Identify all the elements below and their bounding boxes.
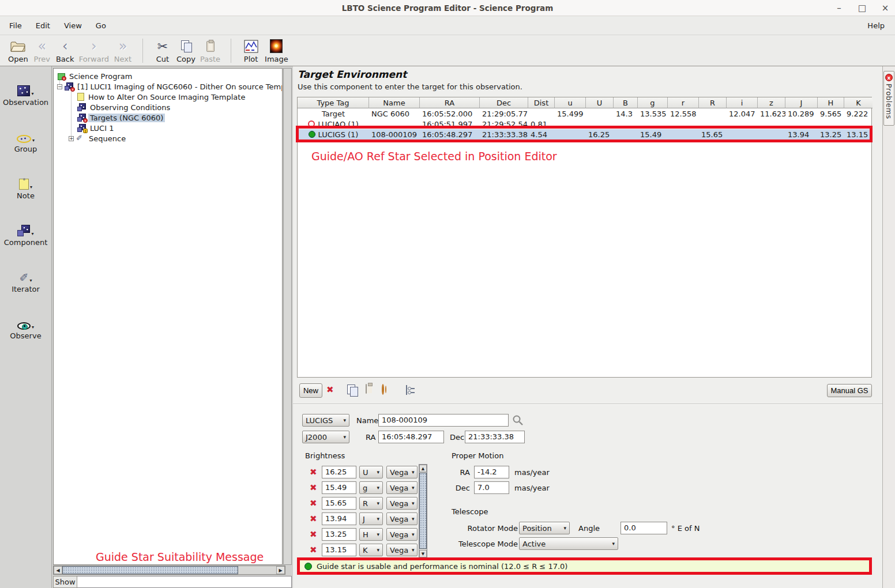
magnitude-system-select[interactable]: Vega▾ [386, 528, 418, 541]
target-list-button[interactable] [406, 386, 407, 394]
tree-horizontal-scrollbar[interactable]: ◀ ▶ [53, 566, 285, 575]
table-column-header[interactable]: r [668, 97, 699, 108]
angle-field[interactable]: 0.0 [621, 522, 667, 534]
ra-field[interactable]: 16:05:48.297 [378, 431, 444, 443]
search-icon[interactable] [512, 414, 524, 426]
table-column-header[interactable]: J [785, 97, 818, 108]
magnitude-system-select[interactable]: Vega▾ [386, 497, 418, 510]
delete-target-button[interactable]: ✖ [326, 386, 334, 394]
paste-target-button[interactable] [366, 385, 367, 393]
scroll-up-icon[interactable]: ▲ [419, 465, 427, 472]
open-button[interactable]: Open [6, 38, 31, 63]
scroll-left-icon[interactable]: ◀ [54, 566, 62, 574]
tree-item-note[interactable]: How to Alter On Source Imaging Template [54, 92, 283, 102]
remove-brightness-button[interactable]: ✖ [310, 499, 317, 508]
menu-go[interactable]: Go [89, 19, 113, 32]
scroll-down-icon[interactable]: ▼ [419, 550, 427, 557]
brightness-value-field[interactable]: 15.65 [322, 497, 356, 510]
magnitude-system-select[interactable]: Vega▾ [386, 544, 418, 556]
table-column-header[interactable]: H [818, 97, 844, 108]
scrollbar-thumb[interactable] [419, 473, 427, 549]
table-column-header[interactable]: Name [369, 97, 420, 108]
back-button[interactable]: ‹ Back [54, 38, 77, 63]
sidebar-item-note[interactable]: ▾ Note [0, 175, 51, 221]
problems-tab[interactable]: x Problems [883, 71, 894, 126]
table-column-header[interactable]: R [699, 97, 727, 108]
table-column-header[interactable]: i [727, 97, 758, 108]
menu-help[interactable]: Help [859, 19, 893, 32]
manual-gs-button[interactable]: Manual GS [827, 384, 872, 397]
band-select[interactable]: R▾ [359, 497, 383, 510]
tree-item-science-program[interactable]: Science Program [54, 71, 283, 81]
minimize-button[interactable]: – [835, 3, 843, 13]
pm-ra-field[interactable]: -14.2 [474, 466, 509, 478]
remove-brightness-button[interactable]: ✖ [310, 468, 317, 477]
coordinate-system-select[interactable]: J2000▾ [302, 431, 349, 443]
tree-item-targets[interactable]: Targets (NGC 6060) [54, 112, 283, 123]
brightness-value-field[interactable]: 16.25 [322, 466, 356, 478]
image-button[interactable]: Image [262, 38, 291, 63]
name-field[interactable]: 108-000109 [378, 414, 509, 427]
brightness-value-field[interactable]: 13.25 [322, 528, 356, 541]
remove-brightness-button[interactable]: ✖ [310, 530, 317, 539]
target-type-select[interactable]: LUCIGS▾ [302, 414, 349, 427]
collapse-icon[interactable]: − [57, 84, 62, 89]
position-editor-button[interactable] [382, 385, 384, 394]
table-column-header[interactable]: Dec [480, 97, 528, 108]
menu-view[interactable]: View [57, 19, 89, 32]
sidebar-item-component[interactable]: ▾ Component [0, 221, 51, 268]
expand-icon[interactable]: + [69, 136, 74, 141]
magnitude-system-select[interactable]: Vega▾ [386, 481, 418, 494]
tree-item-luci1[interactable]: LUCI 1 [54, 123, 283, 133]
plot-button[interactable]: Plot [239, 38, 262, 63]
magnitude-system-select[interactable]: Vega▾ [386, 512, 418, 525]
maximize-button[interactable]: □ [858, 3, 866, 13]
brightness-value-field[interactable]: 15.49 [322, 481, 356, 494]
band-select[interactable]: K▾ [359, 544, 383, 556]
tree-item-sequence[interactable]: + ✐ Sequence [54, 133, 283, 144]
sidebar-item-group[interactable]: ▾ Group [0, 128, 51, 175]
tree-item-observation[interactable]: − [1] LUCI1 Imaging of NGC6060 - Dither … [54, 81, 283, 92]
rotator-mode-select[interactable]: Position▾ [519, 522, 570, 534]
table-row[interactable]: TargetNGC 606016:05:52.00021:29:05.7715.… [298, 108, 871, 119]
table-row[interactable]: LUCIGS (1)108-00010916:05:48.29721:33:33… [298, 129, 871, 140]
table-column-header[interactable]: u [555, 97, 586, 108]
remove-brightness-button[interactable]: ✖ [310, 484, 317, 492]
magnitude-system-select[interactable]: Vega▾ [386, 466, 418, 478]
sidebar-item-observe[interactable]: ▾ Observe [0, 315, 51, 361]
table-column-header[interactable]: Dist [528, 97, 555, 108]
table-row[interactable]: LUCIAO (1)16:05:51.99721:29:52.540.81 [298, 119, 871, 129]
table-column-header[interactable]: z [758, 97, 785, 108]
band-select[interactable]: U▾ [359, 466, 383, 478]
scroll-right-icon[interactable]: ▶ [276, 566, 285, 574]
brightness-value-field[interactable]: 13.15 [322, 544, 356, 556]
table-column-header[interactable]: g [638, 97, 668, 108]
close-button[interactable]: × [881, 3, 889, 13]
brightness-scrollbar[interactable]: ▲ ▼ [419, 464, 427, 558]
band-select[interactable]: J▾ [359, 512, 383, 525]
pm-dec-field[interactable]: 7.0 [474, 481, 509, 494]
table-column-header[interactable]: U [586, 97, 614, 108]
tree-item-observing-conditions[interactable]: Observing Conditions [54, 102, 283, 112]
table-column-header[interactable]: RA [420, 97, 480, 108]
cut-button[interactable]: ✂ Cut [151, 38, 174, 63]
remove-brightness-button[interactable]: ✖ [310, 515, 317, 523]
tree-vertical-scrollbar[interactable] [283, 68, 292, 565]
sidebar-item-observation[interactable]: ▾ Observation [0, 81, 51, 128]
menu-file[interactable]: File [2, 19, 29, 32]
show-input[interactable] [77, 576, 292, 588]
copy-button[interactable]: Copy [174, 38, 198, 63]
table-column-header[interactable]: B [614, 97, 638, 108]
table-column-header[interactable]: Type Tag [298, 97, 369, 108]
menu-edit[interactable]: Edit [29, 19, 57, 32]
band-select[interactable]: g▾ [359, 481, 383, 494]
brightness-value-field[interactable]: 13.94 [322, 512, 356, 525]
dec-field[interactable]: 21:33:33.38 [465, 431, 525, 443]
remove-brightness-button[interactable]: ✖ [310, 546, 317, 555]
table-column-header[interactable]: K [844, 97, 873, 108]
scrollbar-thumb[interactable] [62, 566, 238, 574]
band-select[interactable]: H▾ [359, 528, 383, 541]
telescope-mode-select[interactable]: Active▾ [519, 537, 618, 550]
new-target-button[interactable]: New [299, 383, 322, 398]
sidebar-item-iterator[interactable]: ✐▾ Iterator [0, 268, 51, 315]
